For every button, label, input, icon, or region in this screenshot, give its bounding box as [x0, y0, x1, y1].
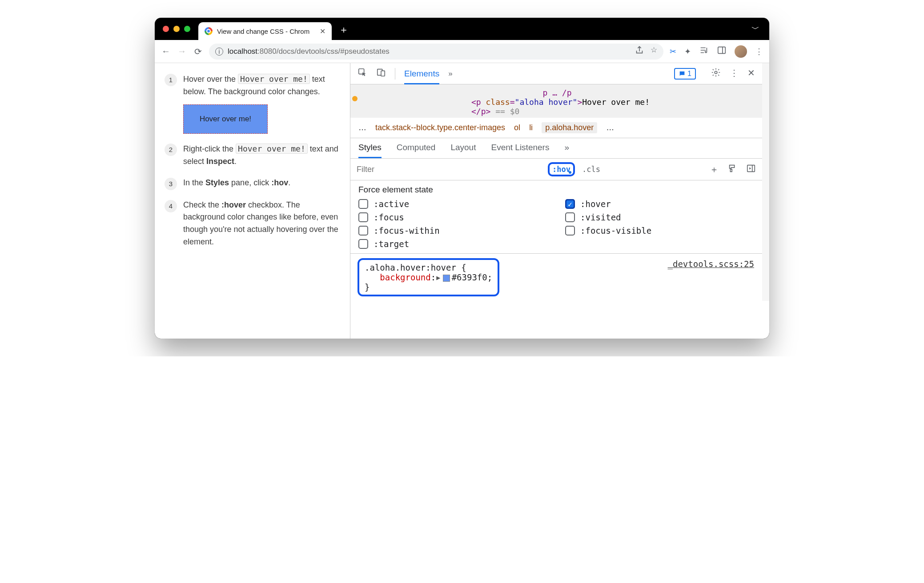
- state-focus-within[interactable]: :focus-within: [358, 226, 547, 236]
- tab-styles[interactable]: Styles: [358, 143, 382, 158]
- force-element-state: Force element state :active ✓:hover :foc…: [350, 180, 762, 254]
- scissors-icon[interactable]: ✂: [670, 47, 676, 56]
- new-tab-button[interactable]: ＋: [339, 23, 349, 36]
- page-pane: 1 Hover over the Hover over me! text bel…: [155, 63, 350, 339]
- expand-icon[interactable]: ▶: [436, 273, 440, 281]
- inline-code: Hover over me!: [238, 74, 310, 84]
- devtools-menu-icon[interactable]: ⋮: [730, 68, 739, 80]
- close-window-icon[interactable]: [163, 26, 169, 32]
- url-host: localhost: [228, 47, 257, 56]
- devtools-panel: Elements » 1 ⋮ ✕ p … /p <p cl: [350, 63, 769, 339]
- crumb-item[interactable]: li: [529, 123, 533, 132]
- styles-filter-input[interactable]: [357, 165, 543, 174]
- device-toolbar-icon[interactable]: [376, 68, 386, 80]
- url-path: /docs/devtools/css/#pseudostates: [277, 47, 390, 56]
- state-focus-visible[interactable]: :focus-visible: [565, 226, 754, 236]
- step-number: 2: [165, 144, 177, 156]
- crumb-more[interactable]: …: [606, 123, 614, 132]
- reload-button[interactable]: ⟳: [193, 46, 203, 57]
- force-title: Force element state: [358, 185, 754, 195]
- tab-computed[interactable]: Computed: [397, 143, 436, 158]
- step-4: 4 Check the :hover checkbox. The backgro…: [165, 199, 342, 249]
- dom-warning-dot-icon: [352, 96, 358, 101]
- toggle-sidebar-icon[interactable]: [746, 164, 756, 176]
- crumb-item[interactable]: tack.stack--block.type.center-images: [375, 123, 505, 132]
- breadcrumbs: … tack.stack--block.type.center-images o…: [350, 118, 762, 138]
- step-number: 3: [165, 178, 177, 190]
- elements-tab[interactable]: Elements: [404, 69, 439, 84]
- close-devtools-icon[interactable]: ✕: [747, 68, 755, 80]
- crumb-ellipsis[interactable]: …: [358, 123, 366, 132]
- css-rule[interactable]: _devtools.scss:25 .aloha.hover:hover { b…: [350, 254, 762, 301]
- devtools-scrollbar[interactable]: [762, 63, 769, 301]
- minimize-window-icon[interactable]: [173, 26, 180, 32]
- crumb-selected[interactable]: p.aloha.hover: [542, 122, 597, 133]
- new-rule-icon[interactable]: ＋: [710, 164, 719, 176]
- address-bar[interactable]: i localhost:8080/docs/devtools/css/#pseu…: [209, 44, 663, 60]
- state-target[interactable]: :target: [358, 239, 547, 249]
- window-controls: [163, 26, 190, 32]
- paint-icon[interactable]: [727, 164, 737, 176]
- cls-toggle[interactable]: .cls: [582, 165, 600, 174]
- step-number: 4: [165, 200, 177, 212]
- browser-window: View and change CSS - Chrom ✕ ＋ ﹀ ← → ⟳ …: [155, 18, 769, 339]
- more-tabs-icon[interactable]: »: [448, 69, 452, 78]
- inline-code: Hover over me!: [236, 144, 308, 154]
- svg-rect-0: [718, 47, 726, 54]
- close-tab-icon[interactable]: ✕: [320, 27, 325, 36]
- browser-toolbar: ← → ⟳ i localhost:8080/docs/devtools/css…: [155, 40, 769, 63]
- tab-strip: View and change CSS - Chrom ✕ ＋ ﹀: [155, 18, 769, 40]
- hover-demo-box[interactable]: Hover over me!: [183, 104, 268, 134]
- share-icon[interactable]: [635, 45, 644, 57]
- profile-avatar[interactable]: [735, 45, 747, 58]
- chrome-menu-icon[interactable]: ⋮: [755, 47, 763, 56]
- browser-tab[interactable]: View and change CSS - Chrom ✕: [198, 22, 332, 40]
- tab-title: View and change CSS - Chrom: [217, 28, 309, 35]
- forward-button: →: [177, 46, 187, 56]
- more-subtabs-icon[interactable]: »: [564, 143, 569, 158]
- issues-badge[interactable]: 1: [674, 68, 696, 80]
- step-3: 3 In the Styles pane, click :hov.: [165, 177, 342, 190]
- content-area: 1 Hover over the Hover over me! text bel…: [155, 63, 769, 339]
- side-panel-icon[interactable]: [717, 45, 727, 57]
- settings-icon[interactable]: [711, 68, 721, 80]
- hov-toggle[interactable]: :hov: [548, 162, 575, 176]
- crumb-item[interactable]: ol: [514, 123, 520, 132]
- devtools-top-bar: Elements » 1 ⋮ ✕: [350, 63, 762, 84]
- tabs-menu-icon[interactable]: ﹀: [751, 24, 763, 34]
- step-number: 1: [165, 74, 177, 86]
- site-info-icon[interactable]: i: [215, 48, 223, 56]
- state-visited[interactable]: :visited: [565, 212, 754, 222]
- rule-source-link[interactable]: _devtools.scss:25: [668, 259, 754, 269]
- state-active[interactable]: :active: [358, 199, 547, 209]
- tab-layout[interactable]: Layout: [450, 143, 476, 158]
- extensions-icon[interactable]: ✦: [684, 47, 691, 56]
- step-2: 2 Right-click the Hover over me! text an…: [165, 143, 342, 168]
- dom-tree[interactable]: p … /p <p class="aloha hover">Hover over…: [350, 84, 762, 118]
- color-swatch-icon[interactable]: [443, 275, 450, 282]
- state-hover[interactable]: ✓:hover: [565, 199, 754, 209]
- tab-event-listeners[interactable]: Event Listeners: [491, 143, 549, 158]
- styles-subtabs: Styles Computed Layout Event Listeners »: [350, 138, 762, 159]
- svg-point-4: [715, 71, 717, 74]
- media-icon[interactable]: [699, 45, 709, 57]
- maximize-window-icon[interactable]: [184, 26, 190, 32]
- toolbar-icons: ✂ ✦ ⋮: [670, 45, 763, 58]
- styles-filter-row: :hov .cls ＋: [350, 159, 762, 180]
- chrome-favicon-icon: [205, 27, 213, 35]
- state-focus[interactable]: :focus: [358, 212, 547, 222]
- step-1: 1 Hover over the Hover over me! text bel…: [165, 73, 342, 134]
- url-port: :8080: [257, 47, 277, 56]
- back-button[interactable]: ←: [161, 46, 171, 56]
- inspect-element-icon[interactable]: [358, 68, 367, 80]
- bookmark-icon[interactable]: ☆: [651, 45, 657, 57]
- svg-rect-3: [381, 71, 385, 76]
